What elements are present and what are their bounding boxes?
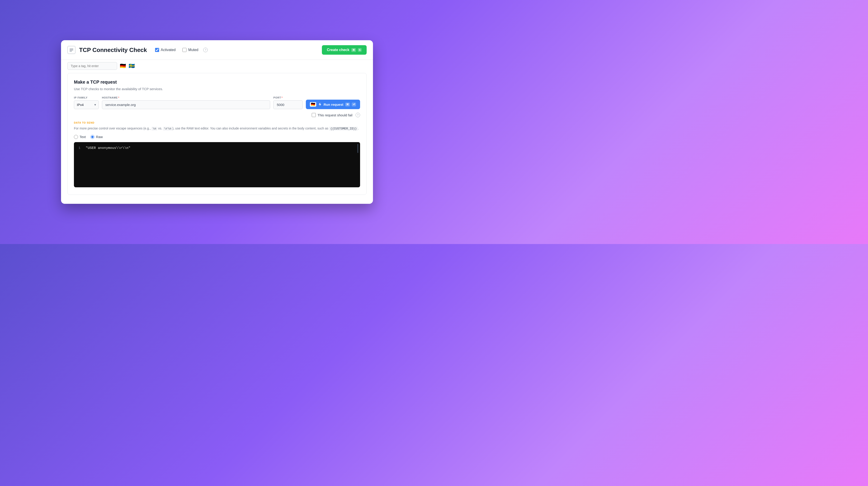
activated-label: Activated [161,48,176,52]
flag-se: 🇸🇪 [129,63,135,69]
tag-input[interactable] [67,62,117,70]
svg-rect-0 [70,48,73,49]
code-editor[interactable]: 1 "USER anonymous\\r\\n" [74,142,360,187]
run-flag: 🇩🇪 [310,102,316,107]
page-title: TCP Connectivity Check [79,46,147,54]
text-radio-label[interactable]: Text [74,135,86,139]
app-window: TCP Connectivity Check Activated Muted ?… [61,40,373,204]
raw-radio-label[interactable]: Raw [90,135,103,139]
lightning-icon [318,103,322,106]
fail-help-icon[interactable]: ? [355,113,360,117]
raw-radio-text: Raw [96,135,103,139]
line-number-1: 1 [79,146,82,150]
tcp-icon [67,46,75,54]
muted-label: Muted [188,48,198,52]
fail-label: This request should fail [318,113,352,117]
hostname-input[interactable] [102,100,270,109]
activated-checkbox[interactable] [155,48,159,52]
ip-family-select[interactable]: IPv4 IPv6 [74,100,99,109]
data-section-label: DATA TO SEND [74,121,360,124]
hostname-label: HOSTNAME* [102,96,270,99]
data-section: DATA TO SEND For more precise control ov… [74,121,360,187]
code-customer-id: {{CUSTOMER_ID}} [329,127,358,131]
hostname-required: * [118,96,119,99]
code-n: \n [151,127,157,131]
text-radio-text: Text [80,135,86,139]
main-card: Make a TCP request Use TCP checks to mon… [67,73,367,195]
muted-checkbox-label[interactable]: Muted [182,48,198,52]
fail-row: This request should fail ? [74,113,360,117]
port-field: PORT* [273,96,303,109]
activated-checkbox-label[interactable]: Activated [155,48,176,52]
create-check-button[interactable]: Create check ⌘ S [322,45,367,55]
text-radio[interactable] [74,135,78,139]
run-request-label: Run request [323,103,343,106]
ip-family-select-wrapper: IPv4 IPv6 ▼ [74,100,99,109]
card-title: Make a TCP request [74,79,360,85]
run-kbd1: ⌘ [345,103,350,106]
header: TCP Connectivity Check Activated Muted ?… [61,40,373,60]
muted-checkbox[interactable] [182,48,186,52]
ip-family-field: IP FAMILY IPv4 IPv6 ▼ [74,96,99,109]
card-description: Use TCP checks to monitor the availabili… [74,87,360,91]
port-required: * [282,96,283,99]
code-content-1: "USER anonymous\\r\\n" [86,146,130,150]
flag-de: 🇩🇪 [120,63,126,69]
ip-family-label: IP FAMILY [74,96,99,99]
scroll-indicator [358,144,358,153]
code-line-1: 1 "USER anonymous\\r\\n" [79,146,355,150]
help-icon[interactable]: ? [203,48,208,52]
svg-rect-2 [70,51,72,52]
hostname-field: HOSTNAME* [102,96,270,109]
tags-row: 🇩🇪 🇸🇪 [61,60,373,73]
svg-rect-1 [70,50,73,51]
create-kbd1: ⌘ [351,48,356,52]
create-check-label: Create check [327,48,349,52]
create-kbd2: S [358,48,362,52]
run-request-button[interactable]: 🇩🇪 Run request ⌘ ⏎ [306,100,360,109]
data-description: For more precise control over escape seq… [74,126,360,131]
code-rn: \r\n [163,127,172,131]
form-row: IP FAMILY IPv4 IPv6 ▼ HOSTNAME* [74,96,360,109]
raw-radio[interactable] [90,135,94,139]
port-label: PORT* [273,96,303,99]
port-input[interactable] [273,100,303,109]
radio-group: Text Raw [74,135,360,139]
run-kbd2: ⏎ [352,103,356,106]
fail-checkbox[interactable] [312,113,316,117]
